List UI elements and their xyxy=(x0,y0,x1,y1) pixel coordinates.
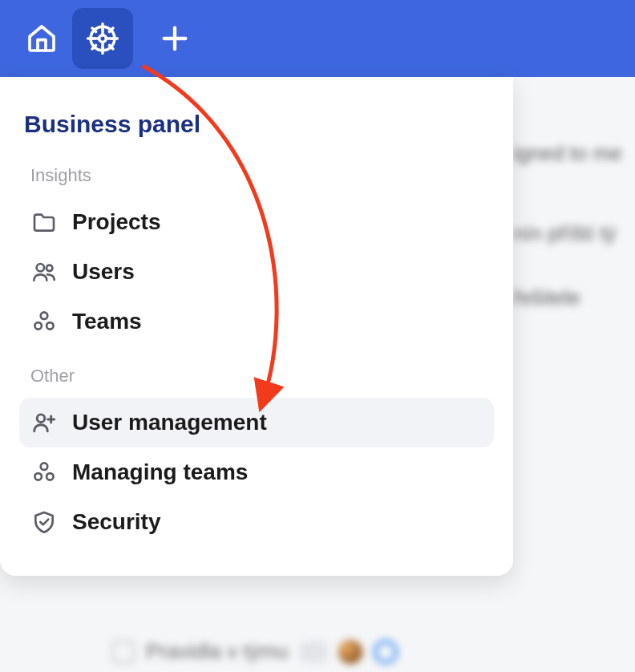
menu-item-label: Security xyxy=(72,509,161,535)
business-panel-button[interactable] xyxy=(72,8,133,69)
teams-icon xyxy=(30,459,58,486)
svg-point-19 xyxy=(34,322,42,330)
svg-point-26 xyxy=(47,473,54,480)
bg-text-3: řešitele xyxy=(513,285,580,310)
top-bar xyxy=(0,0,635,77)
home-icon xyxy=(26,22,58,55)
menu-item-label: Teams xyxy=(72,309,142,334)
bg-text-2: nín příští tý xyxy=(513,221,617,246)
menu-item-label: Users xyxy=(72,259,135,285)
home-button[interactable] xyxy=(11,8,72,69)
menu-item-user-management[interactable]: User management xyxy=(19,398,494,447)
svg-point-25 xyxy=(34,473,42,480)
teams-icon xyxy=(30,308,58,335)
menu-item-managing-teams[interactable]: Managing teams xyxy=(19,447,494,497)
menu-item-label: Managing teams xyxy=(72,459,248,485)
svg-point-17 xyxy=(47,265,52,271)
menu-item-label: User management xyxy=(72,410,267,435)
plus-icon xyxy=(159,22,191,55)
business-panel-menu: Business panel Insights Projects Users xyxy=(0,77,513,576)
section-label-insights: Insights xyxy=(30,165,494,186)
bg-bottom-text: Pravidla v týmu xyxy=(146,639,289,664)
menu-item-security[interactable]: Security xyxy=(19,497,494,547)
avatar-ring xyxy=(374,640,398,664)
add-button[interactable] xyxy=(144,8,205,69)
folder-icon xyxy=(30,208,58,236)
users-icon xyxy=(30,258,58,285)
gear-icon xyxy=(86,22,119,55)
menu-item-label: Projects xyxy=(72,209,161,235)
user-plus-icon xyxy=(30,409,58,436)
svg-point-16 xyxy=(37,264,44,271)
panel-title: Business panel xyxy=(24,111,494,138)
svg-point-21 xyxy=(37,415,45,423)
svg-point-18 xyxy=(41,312,48,319)
bg-text-1: igned to me xyxy=(513,141,622,166)
svg-point-24 xyxy=(41,463,48,470)
checkbox-icon xyxy=(112,641,135,663)
menu-item-projects[interactable]: Projects xyxy=(19,197,494,247)
bg-bottom-row: Pravidla v týmu xyxy=(112,639,398,664)
shield-icon xyxy=(30,508,58,536)
section-label-other: Other xyxy=(30,366,494,387)
menu-item-users[interactable]: Users xyxy=(19,247,494,297)
menu-item-teams[interactable]: Teams xyxy=(19,297,494,346)
avatar xyxy=(338,640,362,664)
bg-pill xyxy=(300,642,327,662)
svg-point-20 xyxy=(47,322,54,330)
